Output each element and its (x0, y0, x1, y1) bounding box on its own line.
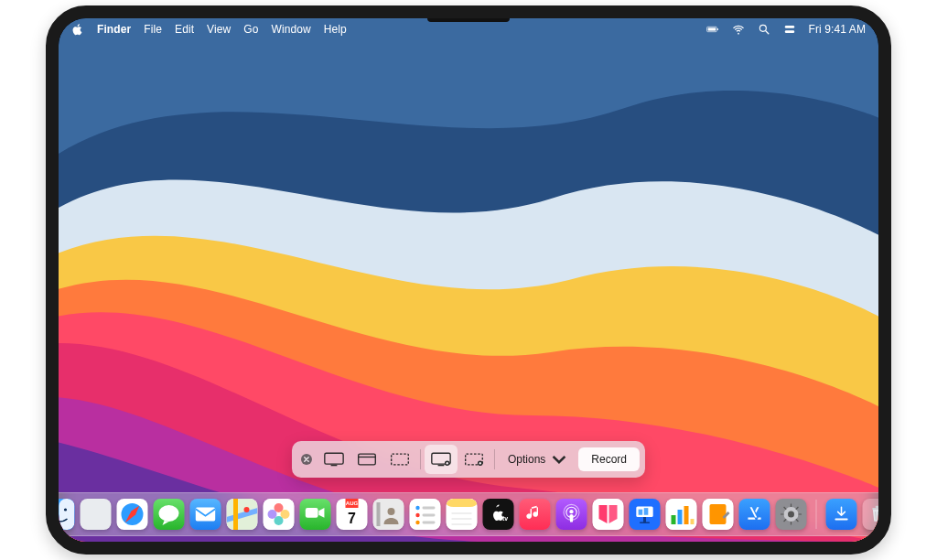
screenshot-record-button[interactable]: Record (578, 447, 640, 471)
dock-finder[interactable] (59, 499, 75, 530)
dock-contacts[interactable] (373, 499, 404, 530)
dock-downloads[interactable] (826, 499, 857, 530)
svg-point-41 (415, 506, 419, 510)
record-selection-button[interactable] (458, 445, 490, 474)
record-entire-screen-button[interactable] (425, 445, 458, 474)
options-label: Options (508, 453, 545, 466)
svg-point-17 (447, 462, 448, 464)
dock-separator (816, 500, 817, 529)
laptop-frame: Finder File Edit View Go Window Help (46, 5, 891, 555)
svg-rect-38 (377, 502, 381, 526)
dock-trash[interactable] (863, 499, 879, 530)
svg-rect-13 (392, 454, 409, 465)
svg-rect-66 (691, 519, 695, 524)
desktop-screen: Finder File Edit View Go Window Help (59, 18, 878, 542)
svg-text:tv: tv (502, 515, 508, 522)
svg-rect-15 (438, 465, 445, 466)
svg-rect-2 (707, 27, 716, 30)
svg-rect-68 (710, 504, 727, 524)
screenshot-options-button[interactable]: Options (499, 452, 578, 467)
svg-rect-80 (835, 519, 847, 521)
svg-rect-61 (644, 508, 649, 515)
control-center-icon[interactable] (783, 23, 796, 36)
battery-icon[interactable] (706, 23, 719, 36)
svg-point-4 (759, 25, 766, 31)
dock-numbers[interactable] (666, 499, 697, 530)
dock-mail[interactable] (190, 499, 221, 530)
svg-rect-3 (716, 28, 717, 30)
menu-window[interactable]: Window (272, 23, 311, 36)
svg-point-24 (64, 508, 67, 511)
svg-rect-81 (872, 508, 878, 510)
svg-rect-82 (876, 506, 878, 508)
dock-messages[interactable] (154, 499, 185, 530)
svg-rect-10 (331, 465, 338, 466)
svg-point-53 (569, 510, 573, 513)
screenshot-toolbar: Options Record (292, 441, 645, 478)
capture-entire-screen-button[interactable] (318, 445, 350, 474)
svg-point-27 (159, 505, 179, 522)
dock: AUG 7 tv (59, 492, 878, 536)
svg-point-45 (415, 521, 419, 524)
svg-point-79 (788, 511, 794, 517)
dock-tv[interactable]: tv (483, 499, 514, 530)
svg-line-5 (765, 31, 769, 35)
dock-pages[interactable] (703, 499, 734, 530)
dock-photos[interactable] (264, 499, 295, 530)
capture-selection-button[interactable] (383, 445, 416, 474)
dock-safari[interactable] (117, 499, 148, 530)
svg-point-30 (244, 507, 250, 512)
svg-rect-22 (59, 499, 75, 530)
record-label: Record (591, 453, 627, 466)
svg-rect-59 (640, 522, 650, 523)
svg-point-39 (388, 508, 395, 515)
svg-rect-7 (784, 30, 794, 33)
dock-appstore[interactable] (739, 499, 770, 530)
spotlight-icon[interactable] (758, 23, 770, 36)
svg-rect-42 (423, 507, 436, 510)
svg-rect-58 (643, 517, 646, 522)
dock-news[interactable] (593, 499, 624, 530)
menubar-clock[interactable]: Fri 9:41 AM (809, 23, 866, 36)
svg-rect-48 (447, 499, 478, 507)
svg-rect-64 (678, 510, 683, 524)
dock-facetime[interactable] (300, 499, 331, 530)
menu-go[interactable]: Go (243, 23, 258, 36)
menu-edit[interactable]: Edit (175, 23, 194, 36)
svg-rect-6 (784, 26, 794, 28)
dock-keynote[interactable] (630, 499, 661, 530)
svg-rect-63 (672, 515, 676, 524)
dock-settings[interactable] (776, 499, 807, 530)
menu-help[interactable]: Help (324, 23, 347, 36)
svg-point-20 (479, 462, 481, 464)
chevron-down-icon (549, 452, 569, 467)
dock-calendar[interactable]: AUG 7 (337, 499, 368, 530)
toolbar-divider (420, 449, 421, 469)
calendar-month-label: AUG (346, 499, 358, 508)
wifi-icon[interactable] (732, 23, 745, 36)
dock-maps[interactable] (227, 499, 258, 530)
svg-rect-44 (423, 514, 436, 517)
dock-music[interactable] (520, 499, 551, 530)
svg-rect-11 (359, 454, 376, 465)
dock-reminders[interactable] (410, 499, 441, 530)
camera-notch (427, 18, 510, 22)
menu-file[interactable]: File (144, 23, 162, 36)
dock-podcasts[interactable] (556, 499, 587, 530)
capture-window-button[interactable] (350, 445, 383, 474)
screenshot-close-button[interactable] (296, 452, 318, 467)
svg-rect-9 (325, 453, 343, 464)
menubar-app-name[interactable]: Finder (97, 23, 131, 36)
apple-menu-icon[interactable] (71, 23, 84, 36)
svg-rect-60 (639, 510, 643, 515)
dock-launchpad[interactable] (81, 499, 112, 530)
svg-rect-28 (196, 508, 215, 522)
svg-rect-46 (423, 522, 436, 524)
dock-notes[interactable] (447, 499, 478, 530)
svg-rect-36 (306, 508, 318, 518)
toolbar-divider-2 (494, 449, 495, 469)
svg-point-43 (415, 513, 419, 517)
svg-point-35 (268, 510, 277, 519)
menu-view[interactable]: View (207, 23, 231, 36)
calendar-day-label: 7 (348, 508, 356, 530)
